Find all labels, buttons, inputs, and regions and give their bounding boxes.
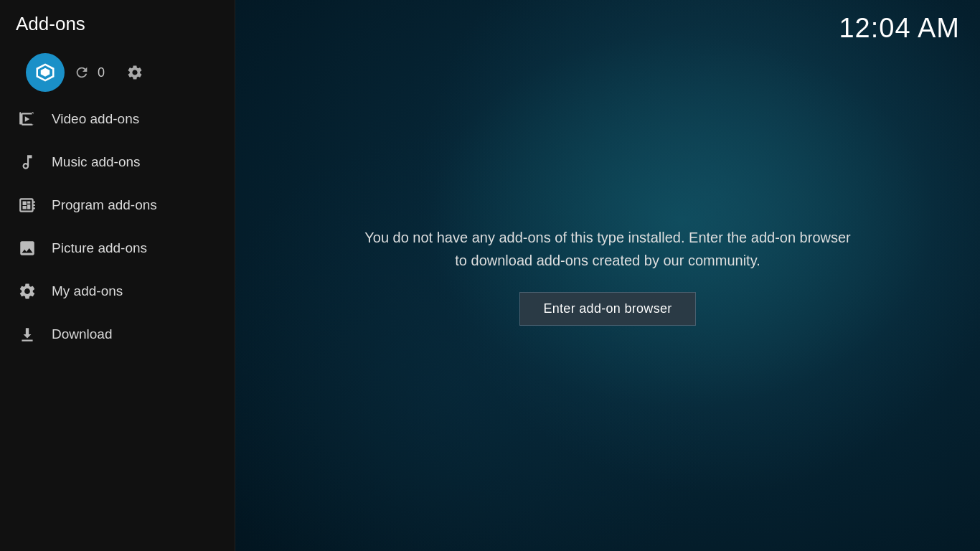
sidebar-item-label-music: Music add-ons <box>52 154 141 170</box>
sidebar-item-video-addons[interactable]: Video add-ons <box>0 98 235 141</box>
music-icon <box>16 151 39 174</box>
gear-icon[interactable] <box>125 62 145 83</box>
sidebar-item-music-addons[interactable]: Music add-ons <box>0 141 235 184</box>
main-content: 12:04 AM You do not have any add-ons of … <box>235 0 980 551</box>
time-display: 12:04 AM <box>839 13 960 44</box>
page-title: Add-ons <box>16 13 85 35</box>
sidebar-item-label-picture: Picture add-ons <box>52 240 147 256</box>
update-count: 0 <box>98 65 112 80</box>
package-icon <box>34 62 56 83</box>
video-icon <box>16 108 39 131</box>
program-icon <box>16 194 39 217</box>
enter-addon-browser-button[interactable]: Enter add-on browser <box>519 292 695 326</box>
picture-icon <box>16 237 39 260</box>
empty-state-message: You do not have any add-ons of this type… <box>364 226 852 272</box>
message-area: You do not have any add-ons of this type… <box>364 226 852 326</box>
refresh-icon[interactable] <box>72 62 92 83</box>
sidebar-item-label-my-addons: My add-ons <box>52 283 123 299</box>
sidebar-item-label-download: Download <box>52 326 113 342</box>
sidebar: Add-ons 0 <box>0 0 235 551</box>
sidebar-item-my-addons[interactable]: My add-ons <box>0 270 235 313</box>
sidebar-item-download[interactable]: Download <box>0 313 235 356</box>
addon-icon[interactable] <box>26 53 65 92</box>
download-icon <box>16 323 39 346</box>
sidebar-item-label-program: Program add-ons <box>52 197 157 213</box>
sidebar-item-label-video: Video add-ons <box>52 111 139 127</box>
sidebar-item-program-addons[interactable]: Program add-ons <box>0 184 235 227</box>
my-addons-icon <box>16 280 39 303</box>
header-controls: 0 <box>72 62 145 83</box>
sidebar-item-picture-addons[interactable]: Picture add-ons <box>0 227 235 270</box>
